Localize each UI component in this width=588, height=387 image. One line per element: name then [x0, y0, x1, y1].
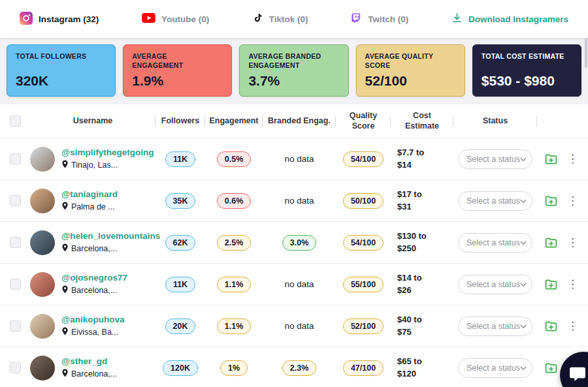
row-menu-button[interactable]: ⋮ [567, 153, 578, 164]
table-row: @simplifythegetgoing Tinajo, Las... 11K … [0, 138, 588, 180]
stat-value: 320K [16, 73, 106, 89]
row-menu-button[interactable]: ⋮ [567, 279, 578, 290]
status-select[interactable]: Select a status [458, 149, 532, 169]
tab-instagram[interactable]: Instagram (32) [20, 12, 99, 27]
followers-pill: 20K [165, 318, 196, 334]
username-link[interactable]: @simplifythegetgoing [61, 147, 154, 157]
add-to-folder-button[interactable] [544, 319, 558, 333]
username-link[interactable]: @ojosnegros77 [61, 273, 127, 283]
stat-title: AVERAGE QUALITY SCORE [365, 52, 450, 70]
avatar [30, 272, 55, 297]
status-select[interactable]: Select a status [458, 275, 532, 294]
branded-engagement-value: no data [284, 279, 314, 289]
followers-pill: 62K [165, 235, 196, 251]
tab-youtube-label: Youtube (0) [161, 14, 209, 24]
username-link[interactable]: @anikopuhova [61, 315, 124, 324]
row-checkbox[interactable] [10, 195, 21, 206]
location: Palma de ... [61, 202, 118, 212]
download-instagramers-button[interactable]: Download Instagramers [451, 12, 568, 25]
location-label: Barcelona,... [71, 244, 117, 253]
quality-score-pill: 54/100 [343, 235, 384, 251]
location-label: Barcelona,... [71, 286, 117, 295]
followers-pill: 120K [163, 360, 198, 376]
row-checkbox[interactable] [10, 279, 21, 290]
header-username: Username [30, 116, 155, 127]
branded-engagement-value: no data [284, 321, 314, 331]
engagement-pill: 1.1% [217, 318, 252, 334]
header-followers: Followers [155, 116, 205, 127]
row-checkbox[interactable] [10, 320, 21, 332]
tab-twitch-label: Twitch (0) [368, 14, 408, 24]
platform-tabbar: Instagram (32) Youtube (0) Tiktok (0) Tw… [0, 0, 588, 38]
username-link[interactable]: @sther_gd [61, 356, 117, 366]
scrollbar-thumb[interactable] [585, 38, 587, 68]
add-to-folder-button[interactable] [544, 361, 558, 375]
cost-estimate: $14 to$26 [397, 272, 422, 296]
location: Eivissa, Ba... [61, 327, 124, 337]
row-menu-button[interactable]: ⋮ [567, 195, 578, 206]
youtube-icon [142, 13, 155, 25]
username-link[interactable]: @taniaginard [61, 189, 118, 199]
chat-bubble-icon [569, 366, 586, 384]
chevron-down-icon [520, 280, 527, 289]
stat-value: 52/100 [365, 73, 456, 89]
add-to-folder-button[interactable] [544, 236, 558, 249]
map-pin-icon [61, 285, 69, 296]
status-select[interactable]: Select a status [458, 317, 532, 336]
stat-value: $530 - $980 [482, 73, 572, 89]
avatar [30, 189, 55, 213]
engagement-pill: 1.1% [217, 277, 252, 292]
table-row: @taniaginard Palma de ... 35K 0.6% no da… [0, 180, 588, 222]
cost-estimate: $7.7 to$14 [397, 147, 424, 170]
tab-youtube[interactable]: Youtube (0) [142, 13, 209, 25]
add-to-folder-button[interactable] [544, 277, 558, 291]
header-cost-estimate: Cost Estimate [391, 111, 453, 131]
avatar [30, 230, 55, 255]
status-select-label: Select a status [466, 364, 520, 373]
cost-estimate: $65 to$120 [397, 356, 422, 379]
row-menu-button[interactable]: ⋮ [567, 320, 578, 332]
stat-value: 3.7% [248, 73, 339, 89]
table-row: @anikopuhova Eivissa, Ba... 20K 1.1% no … [0, 305, 588, 347]
twitch-icon [351, 12, 362, 25]
avatar [30, 314, 55, 339]
tab-tiktok[interactable]: Tiktok (0) [252, 12, 308, 25]
status-select-label: Select a status [466, 196, 520, 206]
location-label: Tinajo, Las... [71, 161, 118, 170]
stat-title: AVERAGE BRANDED ENGAGEMENT [248, 52, 333, 70]
status-select[interactable]: Select a status [458, 191, 532, 211]
map-pin-icon [61, 202, 69, 212]
location: Barcelona,... [61, 285, 127, 296]
kebab-icon: ⋮ [567, 237, 578, 248]
table-body: @simplifythegetgoing Tinajo, Las... 11K … [0, 138, 588, 387]
cost-estimate: $17 to$31 [397, 189, 422, 212]
status-select[interactable]: Select a status [458, 358, 532, 378]
branded-engagement-value: 3.0% [282, 235, 317, 251]
add-to-folder-button[interactable] [544, 152, 558, 166]
map-pin-icon [61, 369, 69, 379]
location: Barcelona,... [61, 243, 160, 254]
stat-title: AVERAGE ENGAGEMENT [132, 52, 217, 70]
tab-instagram-label: Instagram (32) [39, 14, 99, 24]
tab-twitch[interactable]: Twitch (0) [351, 12, 408, 25]
location: Barcelona,... [61, 369, 117, 379]
add-to-folder-button[interactable] [544, 194, 558, 208]
location-label: Eivissa, Ba... [71, 328, 118, 337]
influencer-table: Username Followers Engagement Branded En… [0, 104, 588, 387]
row-checkbox[interactable] [10, 362, 21, 373]
engagement-pill: 1% [220, 360, 248, 376]
username-link[interactable]: @helen_lovemountains [61, 231, 160, 241]
stat-card-total-followers: TOTAL FOLLOWERS 320K [7, 44, 116, 97]
table-row: @sther_gd Barcelona,... 120K 1% 2.3% 4 [0, 347, 588, 387]
row-menu-button[interactable]: ⋮ [567, 237, 578, 248]
quality-score-pill: 54/100 [343, 151, 384, 167]
stat-title: TOTAL FOLLOWERS [16, 52, 101, 61]
row-checkbox[interactable] [10, 153, 21, 164]
avatar [30, 147, 55, 172]
status-select[interactable]: Select a status [458, 233, 532, 253]
status-select-label: Select a status [466, 280, 520, 289]
stat-value: 1.9% [132, 73, 223, 89]
select-all-checkbox[interactable] [10, 116, 21, 127]
row-checkbox[interactable] [10, 237, 21, 248]
quality-score-pill: 52/100 [343, 318, 384, 334]
